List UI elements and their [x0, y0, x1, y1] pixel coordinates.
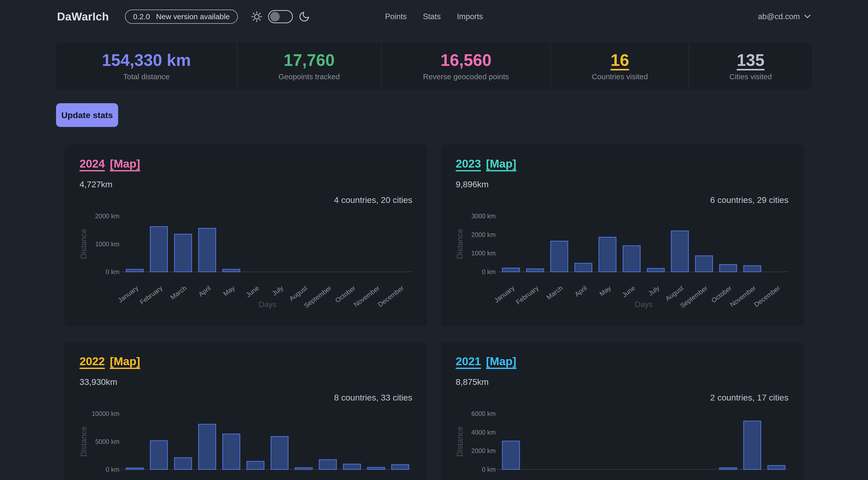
- bar-may: [223, 269, 240, 272]
- svg-text:Distance: Distance: [80, 229, 88, 259]
- year-distance: 33,930km: [80, 377, 117, 387]
- svg-text:1000 km: 1000 km: [95, 241, 119, 248]
- svg-text:2000 km: 2000 km: [471, 231, 496, 238]
- stat-total-distance: 154,330 km Total distance: [56, 43, 237, 90]
- main-content: 154,330 km Total distance 17,760 Geopoin…: [56, 43, 812, 480]
- bar-november: [368, 468, 385, 470]
- stat-cities-visited: 135 Cities visited: [689, 43, 812, 90]
- bar-january: [126, 468, 144, 470]
- cities-visited-link[interactable]: 135: [737, 52, 765, 68]
- svg-text:0 km: 0 km: [482, 268, 496, 275]
- svg-text:December: December: [753, 284, 781, 309]
- svg-text:4000 km: 4000 km: [471, 429, 496, 436]
- year-link[interactable]: 2023: [456, 157, 481, 170]
- svg-text:July: July: [271, 284, 284, 297]
- svg-text:10000 km: 10000 km: [92, 410, 119, 417]
- stat-value: 16,560: [440, 52, 492, 68]
- year-card-2021: 2021 [Map] 8,875km 2 countries, 17 citie…: [440, 342, 804, 480]
- theme-toggle[interactable]: [268, 10, 293, 23]
- bar-march: [551, 241, 568, 272]
- bar-june: [623, 246, 640, 272]
- bar-february: [526, 269, 544, 272]
- bar-august: [295, 468, 312, 470]
- year-distance: 9,896km: [456, 180, 489, 189]
- version-number: 0.2.0: [133, 12, 150, 21]
- year-link[interactable]: 2021: [456, 355, 481, 368]
- stat-reverse-geocoded: 16,560 Reverse geocoded points: [381, 43, 550, 90]
- svg-text:January: January: [116, 284, 140, 305]
- year-card-header: 2024 [Map]: [80, 157, 140, 170]
- year-map-link[interactable]: [Map]: [486, 355, 516, 368]
- bar-january: [126, 269, 144, 272]
- user-email: ab@cd.com: [758, 12, 800, 21]
- svg-text:Days: Days: [635, 300, 653, 309]
- year-map-link[interactable]: [Map]: [110, 355, 140, 368]
- monthly-distance-bar-chart: 0 km1000 km2000 km3000 kmDistanceJanuary…: [456, 205, 788, 318]
- moon-icon: [299, 11, 310, 23]
- nav-item-points[interactable]: Points: [385, 12, 407, 21]
- bar-march: [175, 234, 192, 272]
- svg-text:1000 km: 1000 km: [471, 250, 496, 257]
- svg-text:December: December: [376, 284, 405, 309]
- year-map-link[interactable]: [Map]: [110, 157, 140, 170]
- svg-text:Distance: Distance: [456, 229, 464, 259]
- bar-july: [647, 268, 664, 272]
- app-logo: DaWarIch: [57, 10, 109, 23]
- chevron-down-icon: [804, 14, 811, 19]
- year-card-2024: 2024 [Map] 4,727km 4 countries, 20 citie…: [64, 145, 428, 326]
- year-card-2023: 2023 [Map] 9,896km 6 countries, 29 citie…: [440, 145, 804, 326]
- year-card-2022: 2022 [Map] 33,930km 8 countries, 33 citi…: [64, 342, 428, 480]
- stat-value: 154,330 km: [102, 52, 191, 68]
- year-link[interactable]: 2022: [80, 355, 105, 368]
- nav-item-imports[interactable]: Imports: [457, 12, 483, 21]
- bar-january: [502, 441, 520, 470]
- svg-text:July: July: [647, 284, 661, 297]
- year-summary: 8 countries, 33 cities: [334, 393, 412, 403]
- version-badge[interactable]: 0.2.0 New version available: [125, 9, 238, 24]
- bar-april: [199, 228, 216, 272]
- svg-text:0 km: 0 km: [482, 466, 496, 473]
- svg-text:June: June: [244, 284, 260, 299]
- svg-text:February: February: [515, 284, 540, 306]
- year-card-header: 2023 [Map]: [456, 157, 516, 170]
- bar-january: [502, 268, 520, 272]
- year-summary: 4 countries, 20 cities: [334, 195, 412, 205]
- svg-text:November: November: [728, 284, 757, 309]
- sun-icon: [251, 11, 262, 23]
- stat-label: Cities visited: [730, 72, 772, 81]
- svg-text:April: April: [197, 284, 212, 298]
- year-summary: 6 countries, 29 cities: [710, 195, 788, 205]
- countries-visited-link[interactable]: 16: [611, 52, 629, 68]
- year-link[interactable]: 2024: [80, 157, 105, 170]
- bar-june: [247, 461, 264, 470]
- svg-text:May: May: [222, 284, 236, 298]
- bar-april: [575, 263, 592, 272]
- bar-october: [343, 464, 361, 470]
- bar-february: [150, 441, 167, 470]
- monthly-distance-bar-chart: 0 km5000 km10000 kmDistanceJanuaryFebrua…: [80, 403, 412, 480]
- theme-toggle-group: [251, 10, 310, 23]
- svg-text:September: September: [679, 284, 709, 310]
- svg-text:0 km: 0 km: [106, 268, 119, 275]
- svg-text:2000 km: 2000 km: [95, 213, 119, 220]
- svg-text:November: November: [352, 284, 381, 309]
- update-stats-button[interactable]: Update stats: [56, 103, 118, 127]
- svg-text:3000 km: 3000 km: [471, 213, 496, 220]
- svg-text:2000 km: 2000 km: [471, 447, 496, 454]
- svg-text:6000 km: 6000 km: [471, 410, 496, 417]
- svg-text:0 km: 0 km: [106, 466, 119, 473]
- year-summary: 2 countries, 17 cities: [710, 393, 788, 403]
- bar-july: [271, 437, 288, 470]
- user-menu[interactable]: ab@cd.com: [758, 12, 811, 21]
- svg-text:January: January: [493, 284, 516, 305]
- nav-item-stats[interactable]: Stats: [423, 12, 441, 21]
- stat-geopoints-tracked: 17,760 Geopoints tracked: [237, 43, 381, 90]
- stat-label: Total distance: [123, 72, 169, 81]
- bar-october: [719, 264, 737, 272]
- year-map-link[interactable]: [Map]: [486, 157, 516, 170]
- bar-december: [768, 466, 785, 470]
- svg-text:August: August: [288, 284, 309, 302]
- version-badge-text: New version available: [156, 12, 230, 21]
- monthly-distance-bar-chart: 0 km2000 km4000 km6000 kmDistanceJanuary…: [456, 403, 788, 480]
- stat-label: Reverse geocoded points: [423, 72, 509, 81]
